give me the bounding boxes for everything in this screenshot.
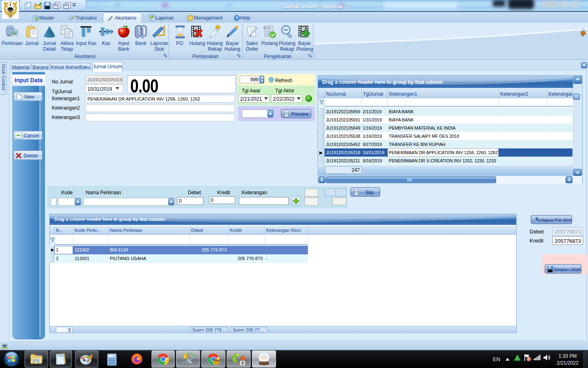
svg-text:345.054: 345.054 [263, 27, 271, 29]
svg-text:0: 0 [113, 355, 114, 358]
svg-text:9: 9 [241, 361, 244, 366]
svg-text:?: ? [236, 16, 238, 20]
